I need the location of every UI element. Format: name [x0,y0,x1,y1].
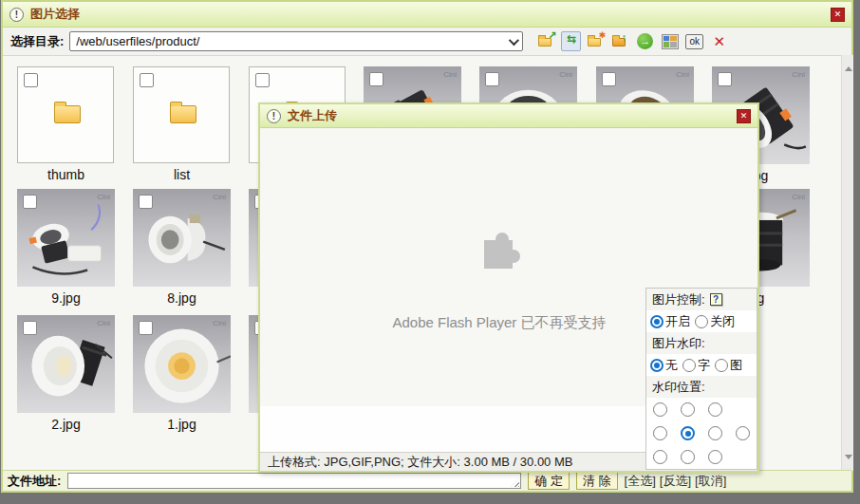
picker-footer: 文件地址: 确 定 清 除 [全选] [反选] [取消] [3,470,851,491]
folder-icon [54,105,81,123]
position-row-middle [646,421,757,445]
radio-pos-mid-left[interactable] [653,426,667,440]
image-label[interactable]: 9.jpg [17,290,115,306]
go-icon[interactable]: → [635,31,655,51]
refresh-icon[interactable]: ⇆ [561,31,581,51]
directory-select-value: /web/userfiles/product/ [76,34,509,48]
checkbox[interactable] [139,195,153,209]
scroll-up-icon[interactable] [842,63,854,76]
close-icon[interactable]: ✕ [831,8,845,22]
radio-pos-top-right[interactable] [708,402,722,417]
folder-tile[interactable] [17,66,114,163]
checkbox[interactable] [23,195,37,209]
invert-selection-link[interactable]: [反选] [660,473,691,490]
radio-control-on[interactable] [650,315,664,328]
photo-watermark: Cini [792,193,805,201]
radio-pos-top-left[interactable] [653,402,667,417]
image-thumbnail[interactable]: Cini [17,189,115,287]
go-arrow-glyph: → [637,33,653,49]
thumbnails-view-icon[interactable] [660,31,680,51]
checkbox[interactable] [140,73,154,87]
folder-item[interactable]: list [133,66,231,182]
radio-wm-none[interactable] [650,359,664,372]
radio-pos-bottom-center[interactable] [681,450,695,464]
checkbox[interactable] [24,73,38,87]
image-item[interactable]: Cini 2.jpg [17,315,115,432]
help-icon[interactable]: ? [710,293,722,306]
delete-glyph: ✕ [714,33,726,50]
photo-watermark: Cini [559,70,572,79]
image-control-label: 图片控制: [652,289,705,310]
image-label[interactable]: 2.jpg [17,417,115,432]
toolbar-icons: ↗ ⇆ ✱ ↑ → ok ✕ [536,31,729,51]
folder-label[interactable]: thumb [17,167,115,182]
radio-wm-image-label[interactable]: 图 [730,357,742,374]
ok-button[interactable]: 确 定 [528,472,570,490]
image-thumbnail[interactable]: Cini [17,315,115,413]
radio-control-on-label[interactable]: 开启 [665,313,690,330]
checkbox[interactable] [23,321,37,335]
image-control-header: 图片控制: ? [646,289,757,310]
refresh-glyph: ⇆ [567,34,576,45]
image-thumbnail[interactable]: Cini [133,315,231,413]
checkbox[interactable] [255,73,270,87]
scroll-down-icon[interactable] [842,450,854,463]
radio-wm-none-label[interactable]: 无 [665,357,678,374]
checkbox[interactable] [718,72,732,86]
delete-icon[interactable]: ✕ [709,31,729,51]
radio-wm-text-label[interactable]: 字 [698,357,710,374]
folder-up-icon[interactable]: ↗ [536,31,556,51]
puzzle-piece-icon [484,240,513,269]
folder-label[interactable]: list [133,167,231,182]
radio-pos-mid-extra[interactable] [736,426,750,440]
clear-button[interactable]: 清 除 [576,472,618,490]
watermark-type-row: 无 字 图 [646,354,757,376]
radio-pos-top-center[interactable] [681,402,695,417]
position-row-top [646,398,757,421]
file-address-field[interactable] [67,473,521,489]
checkbox[interactable] [139,321,153,335]
photo-watermark: Cini [676,70,689,79]
radio-pos-mid-right[interactable] [708,426,722,440]
checkbox[interactable] [369,72,383,86]
select-all-link[interactable]: [全选] [625,473,656,490]
cancel-link[interactable]: [取消] [695,473,726,490]
radio-control-off[interactable] [695,315,708,328]
checkbox[interactable] [602,72,616,86]
image-picker-titlebar: ! 图片选择 ✕ [3,2,851,28]
image-item[interactable]: Cini 1.jpg [133,315,231,432]
upload-folder-icon[interactable]: ↑ [610,31,630,51]
radio-control-off-label[interactable]: 关闭 [710,313,735,330]
image-item[interactable]: Cini 8.jpg [133,189,231,306]
folder-item[interactable]: thumb [17,66,115,182]
new-folder-icon[interactable]: ✱ [586,31,606,51]
photo-watermark: Cini [213,193,226,201]
warning-icon: ! [267,109,281,123]
radio-wm-text[interactable] [682,359,696,372]
folder-tile[interactable] [133,66,230,163]
radio-wm-image[interactable] [715,359,728,372]
watermark-header: 图片水印: [646,332,757,354]
chevron-down-icon [509,34,519,45]
directory-select[interactable]: /web/userfiles/product/ [69,31,523,51]
watermark-label: 图片水印: [652,332,705,354]
file-address-label: 文件地址: [8,473,61,490]
star-glyph: ✱ [599,30,607,41]
image-item[interactable]: Cini 9.jpg [17,189,115,306]
content-scrollbar[interactable] [841,55,853,471]
close-icon[interactable]: ✕ [737,109,751,123]
ok-glyph: ok [685,34,703,49]
image-label[interactable]: 8.jpg [133,290,231,306]
tiles-glyph [662,34,679,49]
radio-pos-center[interactable] [681,426,695,440]
checkbox[interactable] [485,72,499,86]
image-thumbnail[interactable]: Cini [133,189,231,287]
ok-icon[interactable]: ok [684,31,704,51]
file-address-input[interactable] [68,475,520,489]
radio-pos-bottom-right[interactable] [708,450,722,464]
photo-watermark: Cini [792,70,805,79]
position-label: 水印位置: [652,376,705,398]
radio-pos-bottom-left[interactable] [653,450,667,464]
image-label[interactable]: 1.jpg [133,417,231,432]
photo-watermark: Cini [97,193,110,201]
